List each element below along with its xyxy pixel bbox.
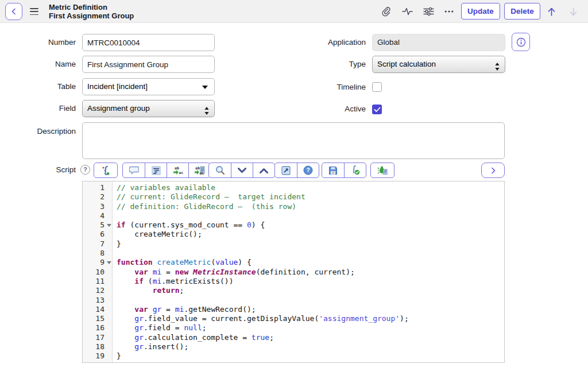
more-options-icon[interactable] — [443, 6, 455, 17]
description-label: Description — [0, 123, 76, 140]
type-value: Script calculation — [377, 60, 436, 68]
page-title: Metric Definition First Assignment Group — [49, 3, 134, 20]
svg-text:ac: ac — [199, 171, 204, 175]
number-input[interactable] — [82, 34, 215, 51]
page-title-type: Metric Definition — [49, 3, 134, 11]
name-input[interactable] — [82, 56, 215, 73]
comment-button[interactable] — [123, 163, 145, 177]
toolbar-group-4: ? — [274, 163, 319, 178]
svg-text:ab: ab — [195, 166, 200, 171]
application-info-button[interactable] — [512, 33, 530, 51]
find-previous-button[interactable] — [253, 163, 274, 177]
svg-text:ac: ac — [179, 171, 183, 175]
open-window-button[interactable] — [275, 163, 297, 177]
find-next-button[interactable] — [231, 163, 253, 177]
replace-all-button[interactable]: abac — [188, 163, 210, 177]
check-icon — [374, 107, 381, 113]
timeline-checkbox[interactable] — [372, 82, 382, 92]
toolbar-group-3 — [208, 163, 275, 178]
toolbar-group-6 — [370, 163, 394, 178]
activity-stream-icon[interactable] — [401, 6, 413, 17]
toolbar-group-2: abac abac — [122, 163, 211, 178]
script-help-icon[interactable]: ? — [80, 165, 90, 175]
application-field: Global — [372, 34, 505, 51]
name-label: Name — [0, 56, 76, 73]
select-steppers-icon — [495, 60, 500, 76]
help-button[interactable]: ? — [297, 163, 319, 177]
field-value: Assignment group — [87, 104, 150, 113]
script-editor[interactable]: 12345678910111213141516171819 // variabl… — [82, 181, 505, 363]
debug-button[interactable] — [371, 163, 394, 177]
toolbar-group-1 — [94, 163, 118, 178]
timeline-label: Timeline — [284, 79, 366, 96]
form-context-menu-icon[interactable] — [30, 8, 38, 15]
application-label: Application — [284, 34, 366, 51]
metric-definition-form: Metric Definition First Assignment Group… — [0, 0, 588, 375]
editor-expand-button[interactable] — [481, 163, 505, 178]
script-editor-code[interactable]: // variables available// current: GlideR… — [113, 181, 504, 362]
back-button[interactable] — [5, 3, 22, 20]
save-button[interactable] — [322, 163, 344, 177]
form-header: Metric Definition First Assignment Group… — [0, 0, 588, 23]
update-button[interactable]: Update — [461, 3, 500, 20]
replace-button[interactable]: abac — [167, 163, 188, 177]
type-label: Type — [284, 56, 366, 73]
script-toolbar: ? abac abac — [0, 163, 588, 178]
previous-record-icon[interactable] — [546, 6, 557, 17]
field-label: Field — [0, 100, 76, 117]
active-checkbox[interactable] — [372, 105, 382, 114]
table-dropdown[interactable]: Incident [incident] — [82, 78, 215, 95]
syntax-editor-toggle-button[interactable] — [94, 163, 117, 177]
script-editor-gutter: 12345678910111213141516171819 — [83, 181, 113, 362]
application-value: Global — [377, 38, 400, 47]
number-label: Number — [0, 34, 76, 51]
next-record-icon[interactable] — [567, 6, 579, 17]
search-button[interactable] — [209, 163, 231, 177]
page-title-record: First Assignment Group — [49, 11, 134, 20]
chevron-left-icon — [10, 7, 18, 16]
select-steppers-icon — [204, 105, 209, 121]
table-label: Table — [0, 78, 76, 95]
description-textarea[interactable] — [82, 122, 505, 159]
delete-button[interactable]: Delete — [504, 3, 540, 20]
toolbar-group-5 — [322, 163, 366, 178]
dropdown-caret-icon — [202, 86, 208, 89]
table-value: Incident [incident] — [87, 82, 148, 91]
format-code-button[interactable] — [145, 163, 167, 177]
svg-text:ab: ab — [175, 166, 179, 171]
svg-text:?: ? — [307, 167, 310, 173]
attachment-icon[interactable] — [380, 6, 392, 17]
personalize-form-icon[interactable] — [423, 6, 434, 17]
active-label: Active — [284, 100, 366, 118]
field-select[interactable]: Assignment group — [82, 100, 215, 117]
syntax-check-button[interactable] — [344, 163, 366, 177]
type-select[interactable]: Script calculation — [372, 56, 505, 73]
